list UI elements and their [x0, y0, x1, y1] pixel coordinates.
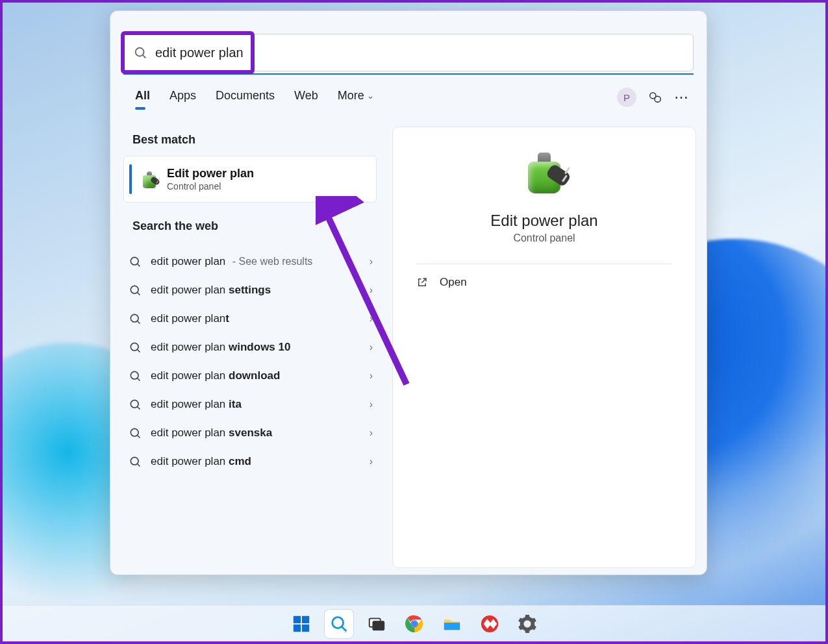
- svg-point-18: [131, 457, 138, 465]
- taskbar-file-explorer[interactable]: [437, 609, 467, 639]
- chevron-right-icon: ›: [370, 256, 373, 267]
- chevron-right-icon: ›: [370, 399, 373, 410]
- svg-line-9: [138, 321, 140, 324]
- search-icon: [129, 427, 142, 440]
- best-match-title: Edit power plan: [167, 167, 254, 180]
- taskbar: [3, 605, 825, 641]
- web-result-4[interactable]: edit power plan download ›: [123, 362, 378, 390]
- taskbar-settings[interactable]: [512, 609, 542, 639]
- svg-point-14: [131, 400, 138, 408]
- web-result-text: edit power plan windows 10: [151, 341, 290, 354]
- svg-point-25: [332, 617, 343, 628]
- preview-pane: Edit power plan Control panel Open: [392, 127, 696, 568]
- svg-line-1: [143, 55, 145, 58]
- preview-divider: [417, 264, 671, 264]
- svg-point-0: [136, 48, 144, 56]
- gear-icon: [518, 614, 537, 634]
- user-avatar[interactable]: P: [617, 88, 636, 107]
- svg-line-13: [138, 378, 140, 381]
- web-result-1[interactable]: edit power plan settings ›: [123, 276, 378, 304]
- svg-point-8: [131, 314, 138, 322]
- web-result-6[interactable]: edit power plan svenska ›: [123, 419, 378, 447]
- preview-subtitle: Control panel: [513, 232, 575, 244]
- web-results-list: edit power plan - See web results › edit…: [123, 247, 378, 476]
- svg-rect-23: [293, 624, 300, 631]
- rewards-icon[interactable]: [648, 90, 662, 105]
- svg-point-16: [131, 428, 138, 436]
- preview-open-action[interactable]: Open: [416, 276, 467, 289]
- best-match-subtitle: Control panel: [167, 181, 254, 192]
- svg-rect-33: [444, 623, 459, 630]
- web-result-text: edit power plan settings: [151, 284, 271, 297]
- taskbar-app-anydesk[interactable]: [475, 609, 505, 639]
- svg-point-35: [525, 621, 530, 626]
- chevron-right-icon: ›: [370, 370, 373, 382]
- taskbar-start[interactable]: [286, 609, 316, 639]
- web-result-text: edit power plan download: [151, 369, 280, 382]
- preview-power-plan-icon: [517, 144, 571, 199]
- svg-point-10: [131, 343, 138, 351]
- web-result-text: edit power plant: [151, 312, 229, 325]
- tab-more[interactable]: More ⌄: [338, 89, 374, 108]
- search-icon: [133, 45, 147, 60]
- taskbar-search[interactable]: [324, 609, 354, 639]
- search-icon: [129, 255, 142, 268]
- search-icon: [129, 455, 142, 468]
- search-input[interactable]: [124, 45, 693, 60]
- svg-line-19: [138, 464, 140, 467]
- chevron-right-icon: ›: [370, 284, 373, 296]
- preview-open-label: Open: [440, 276, 467, 289]
- search-bar[interactable]: [123, 34, 694, 71]
- search-icon: [129, 312, 142, 325]
- web-result-text: edit power plan cmd: [151, 455, 251, 468]
- section-search-web: Search the web: [132, 219, 369, 233]
- svg-line-11: [138, 350, 140, 353]
- web-result-7[interactable]: edit power plan cmd ›: [123, 447, 378, 476]
- chevron-right-icon: ›: [370, 427, 373, 439]
- web-result-text: edit power plan - See web results: [151, 255, 312, 268]
- chevron-right-icon: ›: [370, 313, 373, 325]
- results-left-column: Best match Edit power plan Control panel…: [123, 128, 378, 476]
- web-result-5[interactable]: edit power plan ita ›: [123, 390, 378, 419]
- svg-line-17: [138, 436, 140, 438]
- search-icon: [129, 341, 142, 354]
- folder-icon: [442, 614, 462, 634]
- svg-line-7: [138, 293, 140, 295]
- search-icon: [129, 398, 142, 411]
- svg-point-3: [655, 96, 660, 102]
- taskbar-task-view[interactable]: [362, 609, 392, 639]
- web-result-0[interactable]: edit power plan - See web results ›: [123, 247, 378, 276]
- svg-rect-28: [373, 621, 384, 630]
- search-tabs: All Apps Documents Web More ⌄: [135, 89, 374, 108]
- search-panel: All Apps Documents Web More ⌄ P ⋯ Best m…: [110, 10, 707, 575]
- web-result-text: edit power plan svenska: [151, 427, 272, 440]
- svg-line-26: [342, 626, 346, 631]
- chevron-down-icon: ⌄: [367, 91, 374, 101]
- tab-apps[interactable]: Apps: [169, 89, 196, 108]
- svg-rect-24: [301, 624, 308, 631]
- tab-all[interactable]: All: [135, 89, 150, 108]
- tab-documents[interactable]: Documents: [216, 89, 275, 108]
- web-result-2[interactable]: edit power plant ›: [123, 304, 378, 333]
- preview-title: Edit power plan: [490, 212, 597, 230]
- svg-point-32: [411, 621, 416, 626]
- search-icon: [129, 284, 142, 297]
- svg-point-4: [131, 257, 138, 265]
- tab-web[interactable]: Web: [294, 89, 318, 108]
- svg-line-5: [138, 264, 140, 267]
- more-options-icon[interactable]: ⋯: [674, 89, 690, 106]
- chevron-right-icon: ›: [370, 341, 373, 353]
- windows-start-icon: [292, 614, 311, 634]
- best-match-result[interactable]: Edit power plan Control panel: [123, 156, 377, 203]
- panel-header-actions: P ⋯: [617, 88, 690, 107]
- chrome-icon: [405, 614, 424, 634]
- taskbar-chrome[interactable]: [399, 609, 429, 639]
- anydesk-icon: [480, 614, 499, 634]
- web-result-3[interactable]: edit power plan windows 10 ›: [123, 333, 378, 362]
- searchbar-underline: [123, 73, 694, 75]
- search-icon: [129, 369, 142, 382]
- power-plan-icon: [138, 168, 160, 190]
- tab-more-label: More: [338, 89, 364, 103]
- svg-point-12: [131, 371, 138, 379]
- web-result-text: edit power plan ita: [151, 398, 242, 411]
